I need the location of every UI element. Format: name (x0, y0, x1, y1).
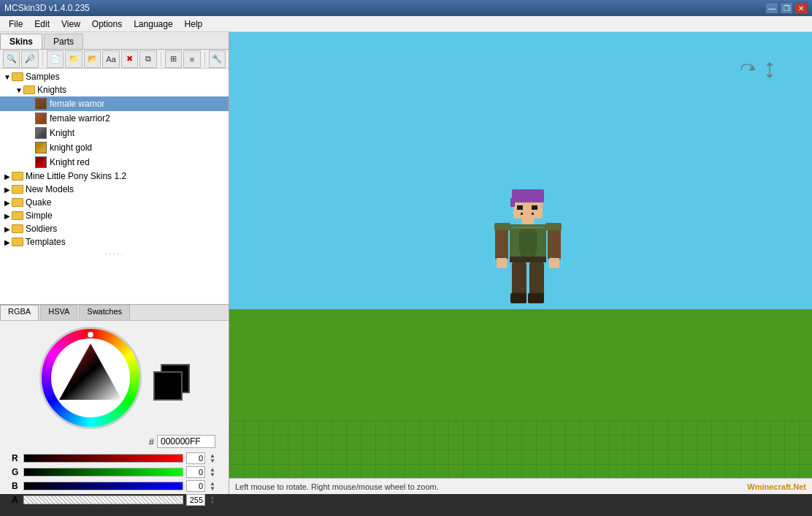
menu-file[interactable]: File (3, 18, 28, 31)
b-down[interactable]: ▼ (208, 486, 217, 491)
folder-icon-soldiers (12, 224, 23, 233)
secondary-toolbar: 🔍 🔎 📄 📁 📂 Aa ✖ ⧉ ⊞ ≡ 🔧 (0, 50, 229, 69)
svg-rect-16 (510, 257, 546, 262)
r-arrows: ▲ ▼ (208, 453, 217, 463)
a-down[interactable]: ▼ (208, 500, 217, 505)
a-arrows: ▲ ▼ (208, 495, 217, 505)
tree-item-female-warrior[interactable]: female wamor (0, 96, 229, 111)
list-view-button[interactable]: ≡ (183, 50, 200, 68)
b-arrows: ▲ ▼ (208, 481, 217, 491)
rename-button[interactable]: Aa (102, 50, 119, 68)
hex-input[interactable] (157, 435, 215, 448)
menu-options[interactable]: Options (86, 18, 128, 31)
folder-icon-templates (12, 238, 23, 246)
b-slider[interactable] (23, 482, 183, 490)
tree-item-templates[interactable]: ▶ Templates (0, 235, 229, 248)
r-slider-row: R ▲ ▼ (12, 452, 217, 464)
tree-view[interactable]: ▼ Samples ▼ Knights female wamor female … (0, 69, 229, 304)
menu-view[interactable]: View (55, 18, 86, 31)
tree-item-new-models[interactable]: ▶ New Models (0, 183, 229, 196)
tab-swatches[interactable]: Swatches (79, 305, 130, 320)
tab-skins[interactable]: Skins (0, 34, 42, 49)
folder-icon-samples (12, 72, 23, 81)
r-slider[interactable] (23, 454, 183, 463)
tab-rgba[interactable]: RGBA (0, 305, 39, 320)
svg-marker-4 (766, 75, 773, 78)
close-button[interactable]: ✕ (794, 2, 808, 14)
g-value[interactable] (186, 466, 205, 478)
import-button[interactable]: 📂 (84, 50, 101, 68)
r-down[interactable]: ▼ (208, 458, 217, 463)
tree-label-knight: Knight (50, 128, 74, 138)
svg-rect-14 (511, 226, 545, 229)
tree-item-knight-gold[interactable]: knight gold (0, 140, 229, 155)
tab-parts[interactable]: Parts (44, 34, 83, 49)
g-slider[interactable] (23, 468, 183, 477)
tree-label-knights: Knights (37, 85, 66, 95)
folder-icon-new-models (12, 185, 23, 194)
clone-button[interactable]: ⧉ (139, 50, 156, 68)
color-wheel[interactable] (39, 327, 142, 429)
svg-marker-3 (766, 62, 773, 66)
skin-parts-tabs: Skins Parts (0, 32, 229, 50)
restore-button[interactable]: ❐ (780, 2, 793, 14)
foreground-color-box[interactable] (153, 371, 183, 401)
b-slider-row: B ▲ ▼ (12, 480, 217, 492)
tree-label-simple: Simple (26, 210, 53, 221)
svg-rect-8 (517, 205, 523, 210)
a-label: A (12, 495, 20, 505)
svg-rect-25 (519, 232, 537, 252)
tree-item-knights[interactable]: ▼ Knights (0, 83, 229, 96)
tree-item-samples[interactable]: ▼ Samples (0, 70, 229, 83)
tree-label-female-warrior: female wamor (50, 99, 104, 109)
tab-hsva[interactable]: HSVA (40, 305, 77, 320)
viewport-arrows (738, 61, 775, 79)
tree-item-female-warrior2[interactable]: female warrior2 (0, 111, 229, 126)
color-panel: RGBA HSVA Swatches (0, 304, 229, 494)
delete-button[interactable]: ✖ (121, 50, 138, 68)
tree-item-knight[interactable]: Knight (0, 126, 229, 140)
sep1 (42, 52, 43, 67)
rotate-icon (738, 61, 759, 79)
color-wheel-area (39, 327, 190, 429)
arrow-soldiers: ▶ (3, 225, 12, 233)
minimize-button[interactable]: — (765, 2, 778, 14)
a-slider-row: A ▲ ▼ (12, 494, 217, 506)
statusbar: Left mouse to rotate. Right mouse/mouse … (229, 478, 812, 494)
arrow-samples: ▼ (3, 73, 12, 81)
left-panel: Skins Parts 🔍 🔎 📄 📁 📂 Aa ✖ ⧉ ⊞ ≡ 🔧 ▼ (0, 32, 229, 494)
tree-item-soldiers[interactable]: ▶ Soldiers (0, 222, 229, 235)
tree-item-mine-little[interactable]: ▶ Mine Little Pony Skins 1.2 (0, 170, 229, 183)
svg-rect-24 (528, 293, 544, 303)
tree-item-quake[interactable]: ▶ Quake (0, 196, 229, 209)
zoom-in-button[interactable]: 🔎 (21, 50, 38, 68)
r-value[interactable] (186, 452, 205, 464)
a-slider[interactable] (23, 496, 183, 504)
thumb-female-warrior2 (35, 113, 47, 124)
settings-button[interactable]: 🔧 (209, 50, 226, 68)
tree-item-simple[interactable]: ▶ Simple (0, 209, 229, 222)
thumb-female-warrior (35, 98, 47, 110)
character-model (491, 189, 550, 323)
tree-label-quake: Quake (26, 197, 51, 208)
b-value[interactable] (186, 480, 205, 492)
sep2 (161, 52, 161, 67)
viewport[interactable]: 📄 📂 🌐 ↶ ↷ 👁 🖌 💉 🔍 ✂ ⭐ ⬛ ⚡ 👤 🎨 ▶ ⊞ ⇔ ▦ ⬜ … (229, 32, 812, 494)
add-skin-button[interactable]: 📄 (47, 50, 64, 68)
menu-help[interactable]: Help (179, 18, 209, 31)
svg-rect-11 (532, 213, 534, 215)
tree-item-knight-red[interactable]: Knight red (0, 155, 229, 170)
thumb-knight-red (35, 156, 47, 168)
r-label: R (12, 453, 20, 463)
svg-rect-7 (510, 198, 515, 207)
a-value[interactable] (186, 494, 205, 506)
menu-language[interactable]: Language (128, 18, 178, 31)
add-folder-button[interactable]: 📁 (65, 50, 82, 68)
grid-view-button[interactable]: ⊞ (165, 50, 182, 68)
arrow-templates: ▶ (3, 238, 12, 246)
thumb-knight (35, 127, 47, 139)
g-down[interactable]: ▼ (208, 472, 217, 477)
zoom-out-button[interactable]: 🔍 (3, 50, 20, 68)
color-wheel-svg (42, 329, 139, 427)
menu-edit[interactable]: Edit (28, 18, 55, 31)
